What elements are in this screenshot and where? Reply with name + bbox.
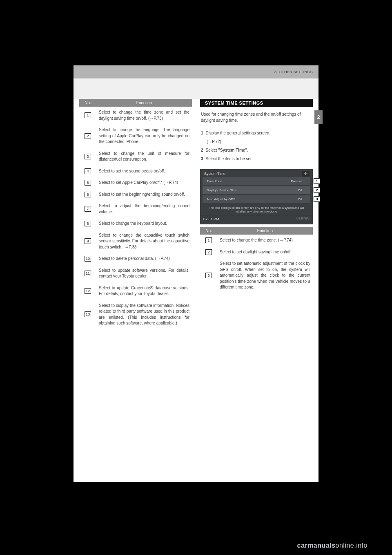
watermark: carmanualsonline.info [297, 542, 368, 549]
screenshot-footer: 07:31 PM US2046AI [200, 215, 313, 224]
section-header: SYSTEM TIME SETTINGS [200, 99, 313, 107]
step-number: 1 [201, 130, 203, 136]
row-text: Select to set automatic adjustment of th… [217, 258, 313, 293]
row-text: Select to set Apple CarPlay on/off.* (→P… [96, 177, 192, 189]
step-number: 3 [201, 156, 203, 162]
row-text: Select to change the language. The langu… [96, 124, 192, 148]
table-row: 11Select to update software versions. Fo… [79, 265, 192, 282]
screenshot-row: Auto Adjust by GPS Off 3 [203, 195, 310, 203]
screenshot-row: Daylight Saving Time Off 2 [203, 186, 310, 194]
row-text: Select to change the unit of measure for… [96, 148, 192, 166]
screenshot-row: Time Zone Eastern 1 [203, 177, 310, 185]
row-number: 1 [205, 237, 212, 243]
row-number: 3 [205, 273, 212, 278]
row-text: Select to adjust the beginning/ending so… [96, 200, 192, 218]
screenshot-row-value: Eastern [291, 179, 302, 183]
breadcrumb-bar: 3. OTHER SETTINGS [74, 65, 318, 78]
row-text: Select to delete personal data. (→P.74) [96, 253, 192, 265]
back-icon [302, 171, 310, 177]
table-row: 5Select to set Apple CarPlay on/off.* (→… [79, 177, 192, 189]
screenshot-code: US2046AI [296, 217, 310, 221]
row-text: Select to display the software informati… [96, 300, 192, 329]
row-number: 7 [85, 206, 91, 212]
screenshot-row-label: Daylight Saving Time [207, 188, 237, 192]
callout-number: 3 [314, 196, 320, 202]
steps: 1 Display the general settings screen. (… [200, 126, 313, 167]
watermark-rest: online.info [336, 542, 368, 549]
table-row: 3Select to set automatic adjustment of t… [200, 258, 313, 293]
row-number: 2 [205, 249, 212, 255]
left-column: No. Function 1Select to change the time … [79, 99, 192, 329]
table-row: 3Select to change the unit of measure fo… [79, 148, 192, 166]
table-row: 8Select to change the keyboard layout. [79, 218, 192, 230]
row-number: 9 [85, 238, 91, 244]
row-number: 4 [85, 168, 91, 174]
callout-number: 1 [314, 178, 320, 184]
col-header-no: No. [200, 227, 217, 235]
screenshot-row-value: Off [298, 197, 302, 201]
row-number: 2 [85, 133, 91, 139]
table-row: 7Select to adjust the beginning/ending s… [79, 200, 192, 218]
screenshot-row-label: Time Zone [207, 179, 222, 183]
row-text: Select to change the time zone. (→P.74) [217, 235, 313, 246]
table-row: 12Select to update Gracenote® database v… [79, 282, 192, 300]
row-number: 10 [85, 256, 91, 262]
step-1-ref: (→P.72) [201, 139, 312, 145]
functions-table-right: No. Function 1Select to change the time … [200, 227, 313, 293]
row-number: 6 [85, 192, 91, 197]
screenshot-time: 07:31 PM [203, 217, 219, 221]
functions-table-left: No. Function 1Select to change the time … [79, 99, 192, 329]
row-number: 1 [85, 112, 91, 118]
table-row: 13Select to display the software informa… [79, 300, 192, 329]
content-columns: No. Function 1Select to change the time … [74, 99, 318, 329]
step-text: Display the general settings screen. [206, 130, 270, 136]
row-text: Select to set the beginning/ending sound… [96, 189, 192, 201]
section-intro: Used for changing time zones and the on/… [200, 110, 313, 126]
row-text: Select to change the capacitive touch sw… [96, 230, 192, 253]
table-row: 4Select to set the sound beeps on/off. [79, 166, 192, 177]
screenshot-title: System Time [200, 169, 313, 177]
row-text: Select to set daylight saving time on/of… [217, 246, 313, 258]
chapter-tab-label: 2 [317, 114, 320, 120]
step-2: 2 Select "System Time". [201, 147, 312, 153]
table-row: 2Select to change the language. The lang… [79, 124, 192, 148]
row-text: Select to update Gracenote® database ver… [96, 282, 192, 300]
step-1: 1 Display the general settings screen. [201, 130, 312, 136]
screenshot-row-label: Auto Adjust by GPS [207, 197, 235, 201]
row-number: 11 [85, 271, 91, 276]
screenshot-row-value: Off [298, 188, 302, 192]
subheader-spacer [74, 78, 318, 99]
step-ref: (→P.72) [207, 139, 221, 145]
right-column: SYSTEM TIME SETTINGS Used for changing t… [200, 99, 313, 329]
row-text: Select to change the time zone and set t… [96, 107, 192, 124]
table-row: 1Select to change the time zone. (→P.74) [200, 235, 313, 246]
row-number: 3 [85, 154, 91, 159]
step-text: Select the items to be set. [206, 156, 253, 162]
col-header-function: Function [96, 99, 192, 107]
row-number: 8 [85, 221, 91, 226]
callout-number: 2 [314, 187, 320, 193]
step-3: 3 Select the items to be set. [201, 156, 312, 162]
step-text: Select "System Time". [206, 147, 248, 153]
breadcrumb: 3. OTHER SETTINGS [274, 70, 313, 74]
table-row: 10Select to delete personal data. (→P.74… [79, 253, 192, 265]
table-row: 6Select to set the beginning/ending soun… [79, 189, 192, 201]
row-text: Select to update software versions. For … [96, 265, 192, 282]
chapter-tab: 2 [314, 110, 323, 124]
manual-page: 3. OTHER SETTINGS 2 No. Function 1Select… [74, 65, 318, 482]
system-time-screenshot: System Time Time Zone Eastern 1 Daylight… [200, 169, 313, 224]
row-number: 13 [85, 311, 91, 317]
row-number: 12 [85, 288, 91, 294]
table-row: 1Select to change the time zone and set … [79, 107, 192, 124]
row-text: Select to set the sound beeps on/off. [96, 166, 192, 177]
col-header-no: No. [79, 99, 96, 107]
row-text: Select to change the keyboard layout. [96, 218, 192, 230]
row-number: 5 [85, 180, 91, 186]
step-number: 2 [201, 147, 203, 153]
watermark-bold: carmanuals [297, 542, 336, 549]
screenshot-note: The time settings on this screen are onl… [200, 204, 313, 215]
table-row: 2Select to set daylight saving time on/o… [200, 246, 313, 258]
table-row: 9Select to change the capacitive touch s… [79, 230, 192, 253]
col-header-function: Function [217, 227, 313, 235]
